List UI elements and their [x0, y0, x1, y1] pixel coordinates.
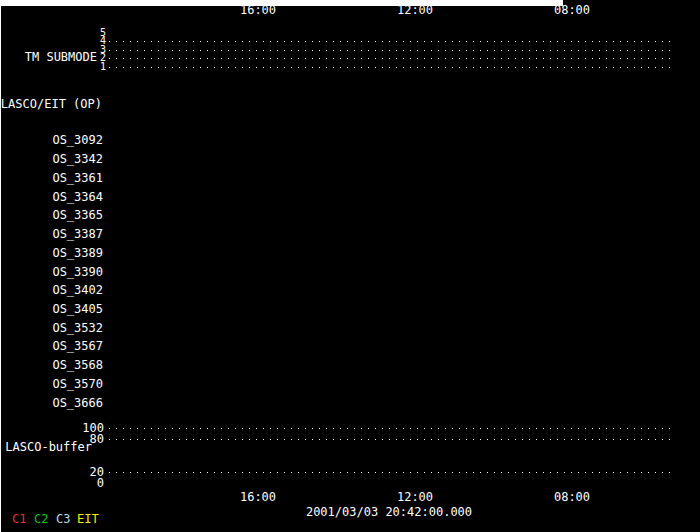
buffer-gridline [109, 472, 671, 473]
buffer-gridline [109, 439, 671, 440]
buffer-ytick-label: 0 [60, 476, 104, 490]
row-label: OS_3342 [0, 152, 103, 166]
row-label: OS_3570 [0, 377, 103, 391]
row-label: OS_3405 [0, 302, 103, 316]
tm-submode-ytick-label: 1 [98, 62, 106, 72]
plot-area: 54321OS_3092OS_3342OS_3361OS_3364OS_3365… [0, 0, 700, 532]
tm-submode-gridline [109, 67, 671, 68]
row-label: OS_3532 [0, 321, 103, 335]
buffer-ytick-label: 80 [60, 432, 104, 446]
planning-plot-window: 16:00 12:00 08:00 TM SUBMODE LASCO/EIT (… [0, 0, 700, 532]
row-label: OS_3568 [0, 358, 103, 372]
row-label: OS_3389 [0, 246, 103, 260]
row-label: OS_3402 [0, 283, 103, 297]
tm-submode-gridline [109, 50, 671, 51]
row-label: OS_3361 [0, 171, 103, 185]
row-label: OS_3387 [0, 227, 103, 241]
row-label: OS_3365 [0, 208, 103, 222]
row-label: OS_3364 [0, 190, 103, 204]
row-label: OS_3567 [0, 339, 103, 353]
row-label: OS_3390 [0, 265, 103, 279]
row-label: OS_3092 [0, 133, 103, 147]
tm-submode-gridline [109, 58, 671, 59]
buffer-gridline [109, 428, 671, 429]
tm-submode-gridline [109, 41, 671, 42]
row-label: OS_3666 [0, 396, 103, 410]
frame-line [0, 5, 563, 6]
frame-right-border [0, 472, 1, 532]
